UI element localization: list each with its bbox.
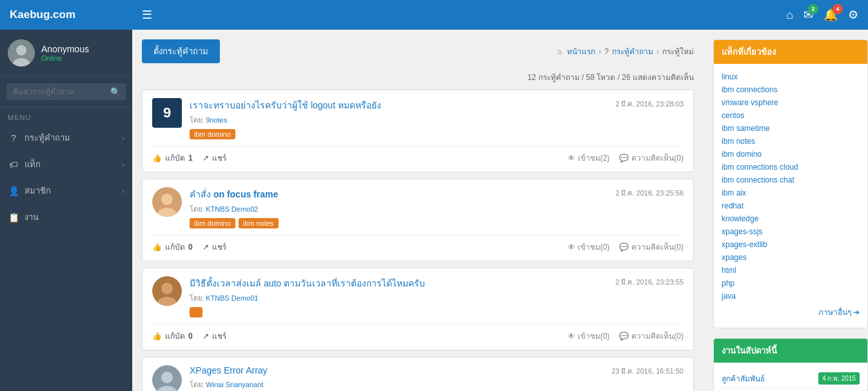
question-title-2[interactable]: คำสั่ง on focus frame xyxy=(190,187,278,201)
views-stat-3[interactable]: 👁 เข้าชม(0) xyxy=(567,330,610,342)
search-input[interactable] xyxy=(6,83,126,100)
user-icon: 👤 xyxy=(8,186,19,196)
question-actions-2: 👍 แก้บัด 0 ↗ แชร์ 👁 เข้าชม(0) 💬 ความคิดเ xyxy=(152,235,684,253)
thumbs-up-icon-1: 👍 xyxy=(152,154,162,163)
breadcrumb-sep-2: › xyxy=(656,47,659,56)
eye-icon-2: 👁 xyxy=(567,243,575,252)
settings-nav-icon[interactable]: ⚙ xyxy=(848,8,858,22)
question-author-2[interactable]: KTNBS Demo02 xyxy=(206,205,258,213)
like-button-1[interactable]: 👍 แก้บัด 1 xyxy=(152,152,193,164)
notifications-nav-icon[interactable]: 🔔 4 xyxy=(824,8,838,22)
question-author-4[interactable]: Winai Sriariyanant xyxy=(206,381,263,388)
create-question-button[interactable]: ตั้งกระทู้คำถาม xyxy=(142,39,220,63)
tag-link-centos[interactable]: centos xyxy=(722,109,860,122)
week-item-link-1[interactable]: ลูกค้าสัมพันธ์ xyxy=(722,372,818,385)
share-icon-1: ↗ xyxy=(202,154,209,163)
comments-stat-1[interactable]: 💬 ความคิดเห็น(0) xyxy=(619,152,684,164)
tag-empty-3[interactable] xyxy=(190,307,202,317)
question-title-1[interactable]: เราจะทราบอย่างไรครับว่าผู้ใช้ logout หมด… xyxy=(190,98,381,112)
tag-ibm-domino-2[interactable]: ibm domino xyxy=(190,218,235,228)
tag-link-php[interactable]: php xyxy=(722,277,860,290)
tag-link-ibm-domino[interactable]: ibm domino xyxy=(722,148,860,161)
share-button-3[interactable]: ↗ แชร์ xyxy=(202,330,226,342)
question-title-3[interactable]: มีวิธีตั้งเวลาส่งเมล์ auto ตามวันเวลาที่… xyxy=(190,276,425,290)
messages-nav-icon[interactable]: ✉ 2 xyxy=(804,8,813,22)
share-button-1[interactable]: ↗ แชร์ xyxy=(202,152,226,164)
tag-link-xpages-ssjs[interactable]: xpages-ssjs xyxy=(722,225,860,238)
tag-link-ibm-connections-chat[interactable]: ibm connections chat xyxy=(722,174,860,186)
tag-link-xpages[interactable]: xpages xyxy=(722,251,860,264)
question-meta-4: โดย: Winai Sriariyanant xyxy=(190,379,684,390)
svg-point-4 xyxy=(161,194,173,205)
question-author-3[interactable]: KTNBS Demo01 xyxy=(206,294,258,302)
comment-icon-1: 💬 xyxy=(619,154,629,163)
tag-link-vmware[interactable]: vmware vsphere xyxy=(722,96,860,109)
right-sidebar: แท็กที่เกี่ยวข้อง linux ibm connections … xyxy=(704,30,868,391)
tag-icon: 🏷 xyxy=(8,159,19,170)
question-author-1[interactable]: 9notes xyxy=(206,116,227,124)
tag-link-ibm-notes[interactable]: ibm notes xyxy=(722,135,860,148)
question-tags-3 xyxy=(190,307,684,317)
question-actions-1: 👍 แก้บัด 1 ↗ แชร์ 👁 เข้าชม(2) 💬 ความคิดเ xyxy=(152,146,684,164)
sidebar-item-members[interactable]: 👤 สมาชิก › xyxy=(0,177,132,204)
question-tags-2: ibm domino ibm notes xyxy=(190,218,684,228)
avatar-number-1: 9 xyxy=(163,105,171,121)
week-item-2: KTNBS Demo01... xyxy=(722,388,860,391)
sidebar-item-tags[interactable]: 🏷 แท็ก › xyxy=(0,151,132,177)
breadcrumb-home-link[interactable]: หน้าแรก xyxy=(567,45,595,57)
question-meta-1: โดย: 9notes xyxy=(190,114,684,126)
share-button-2[interactable]: ↗ แชร์ xyxy=(202,241,226,253)
chevron-right-icon: › xyxy=(122,134,124,142)
tag-link-xpages-extlib[interactable]: xpages-extlib xyxy=(722,238,860,251)
question-tags-1: ibm domino xyxy=(190,129,684,139)
notifications-badge: 4 xyxy=(833,4,843,14)
chevron-right-icon-3: › xyxy=(122,187,124,195)
like-label-3: แก้บัด xyxy=(165,330,185,342)
more-tags-link[interactable]: ภาษาอื่นๆ ➔ xyxy=(722,303,860,321)
tag-link-ibm-connections[interactable]: ibm connections xyxy=(722,83,860,96)
sidebar-item-work[interactable]: 📋 งาน xyxy=(0,204,132,230)
question-title-4[interactable]: XPages Error Array xyxy=(190,365,268,376)
tag-link-redhat[interactable]: redhat xyxy=(722,199,860,212)
sidebar-item-tags-label: แท็ก xyxy=(25,157,41,171)
share-icon-3: ↗ xyxy=(202,332,209,341)
tag-link-java[interactable]: java xyxy=(722,290,860,303)
tag-link-knowledge[interactable]: knowledge xyxy=(722,212,860,225)
hamburger-icon[interactable]: ☰ xyxy=(142,8,152,22)
question-stats-2: 👁 เข้าชม(0) 💬 ความคิดเห็น(0) xyxy=(567,241,684,253)
comments-stat-3[interactable]: 💬 ความคิดเห็น(0) xyxy=(619,330,684,342)
sidebar-item-work-label: งาน xyxy=(25,210,39,224)
views-stat-1[interactable]: 👁 เข้าชม(2) xyxy=(567,152,610,164)
tag-link-ibm-sametime[interactable]: ibm sametime xyxy=(722,122,860,135)
search-icon[interactable]: 🔍 xyxy=(110,87,121,97)
question-stats-3: 👁 เข้าชม(0) 💬 ความคิดเห็น(0) xyxy=(567,330,684,342)
tag-link-linux[interactable]: linux xyxy=(722,70,860,83)
comments-stat-2[interactable]: 💬 ความคิดเห็น(0) xyxy=(619,241,684,253)
like-label-1: แก้บัด xyxy=(165,152,185,164)
tag-ibm-notes-2[interactable]: ibm notes xyxy=(239,218,279,228)
breadcrumb-current: กระทู้ใหม่ xyxy=(662,45,694,57)
breadcrumb-questions-link[interactable]: กระทู้คำถาม xyxy=(612,45,653,57)
tag-link-ibm-connections-cloud[interactable]: ibm connections cloud xyxy=(722,161,860,174)
like-button-3[interactable]: 👍 แก้บัด 0 xyxy=(152,330,193,342)
sidebar-search-area: 🔍 xyxy=(0,77,132,107)
week-widget: งานในสัปดาห์นี้ ลูกค้าสัมพันธ์ 4 ก.พ. 20… xyxy=(713,338,868,391)
views-stat-2[interactable]: 👁 เข้าชม(0) xyxy=(567,241,610,253)
topnav: Kaebug.com ☰ ⌂ ✉ 2 🔔 4 ⚙ xyxy=(0,0,868,30)
question-card-4: XPages Error Array 23 มี.ค. 2016, 16:51:… xyxy=(142,357,694,391)
question-timestamp-1: 2 มี.ค. 2016, 23:28:03 xyxy=(615,98,684,110)
thumbs-up-icon-2: 👍 xyxy=(152,243,162,252)
home-nav-icon[interactable]: ⌂ xyxy=(786,8,793,22)
tag-link-html[interactable]: html xyxy=(722,264,860,277)
sidebar-item-questions[interactable]: ? กระทู้คำถาม › xyxy=(0,125,132,151)
tag-ibm-domino-1[interactable]: ibm domino xyxy=(190,129,235,139)
brand-title: Kaebug.com xyxy=(10,8,142,21)
question-card-1: 9 เราจะทราบอย่างไรครับว่าผู้ใช้ logout ห… xyxy=(142,90,694,172)
like-button-2[interactable]: 👍 แก้บัด 0 xyxy=(152,241,193,253)
breadcrumb-sep-1: › xyxy=(598,47,601,56)
top-row: ตั้งกระทู้คำถาม ⌂ หน้าแรก › ? กระทู้คำถา… xyxy=(142,39,694,63)
topnav-icons: ⌂ ✉ 2 🔔 4 ⚙ xyxy=(786,8,858,22)
tag-link-ibm-aix[interactable]: ibm aix xyxy=(722,186,860,199)
question-avatar-3 xyxy=(152,276,182,306)
comment-icon-3: 💬 xyxy=(619,332,629,341)
